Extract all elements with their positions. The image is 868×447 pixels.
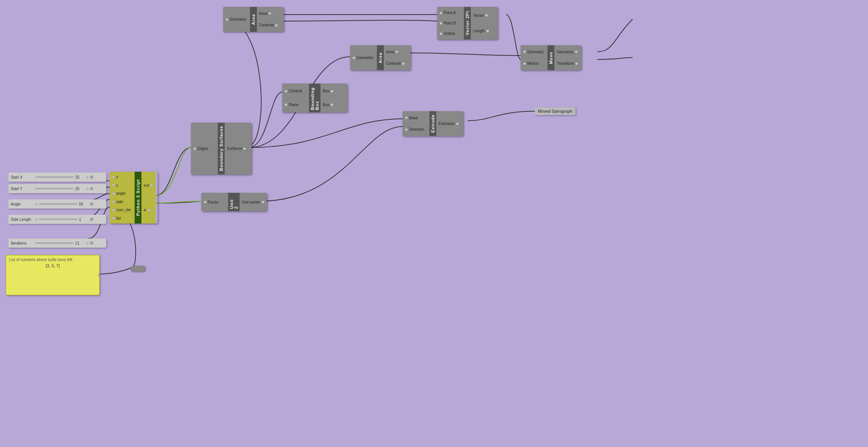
port-pointa-in: Point A xyxy=(438,10,463,16)
python-script-node[interactable]: x y angle side num_iter list xyxy=(110,172,158,224)
area-centroid-mid-node[interactable]: Geometry Area Area Centroid xyxy=(350,45,411,70)
port-label-pb: Point B xyxy=(444,21,456,25)
slider-side-length-out xyxy=(90,218,93,221)
port-centroid-out: Centroid xyxy=(258,22,283,28)
area-centroid-mid-label: Area xyxy=(377,45,384,70)
port-label-list: list xyxy=(116,216,121,220)
slider-start-x-track[interactable] xyxy=(35,176,74,178)
port-label-transform: Transform xyxy=(557,61,574,66)
port-label-edges: Edges xyxy=(197,146,208,151)
slider-start-x-out xyxy=(90,176,93,179)
slider-iterations-track[interactable] xyxy=(35,242,74,244)
port-unitize-in: Unitize xyxy=(438,31,463,36)
port-label-x: x xyxy=(116,175,118,179)
slider-start-x[interactable]: Start X 25 ◇ xyxy=(8,173,106,182)
slider-iterations-value: 11 xyxy=(75,241,85,245)
vector2pt-inputs: Point A Point B Unitize xyxy=(437,7,464,39)
boundary-surfaces-node[interactable]: Edges Boundary Surfaces Surfaces xyxy=(191,123,252,174)
port-label-base: Base xyxy=(409,116,418,120)
moved-spirograph-label: Moved Spirograph xyxy=(538,109,572,113)
port-label-geom-mid: Geometry xyxy=(357,56,373,60)
port-dot xyxy=(225,18,229,21)
port-label-vector: Vector xyxy=(473,13,484,18)
bounding-box-inputs: Content Plane xyxy=(282,84,309,112)
port-dot-extrusion xyxy=(456,122,459,125)
bounding-box-node[interactable]: Content Plane Bounding Box Box Box xyxy=(282,84,347,112)
port-base-in: Base xyxy=(403,115,429,121)
port-label-area: Area xyxy=(259,12,267,16)
port-dot-transform xyxy=(575,62,578,65)
unit-z-node[interactable]: Factor Unit Z Unit vector xyxy=(201,193,267,211)
move-outputs: Geometry Transform xyxy=(554,45,581,70)
port-label-factor: Factor xyxy=(208,200,219,204)
extrude-node[interactable]: Base Direction Extrude Extrusion xyxy=(403,111,463,136)
port-transform-out: Transform xyxy=(555,61,580,66)
port-dot-area xyxy=(268,12,271,15)
port-box-out: Box xyxy=(321,88,347,94)
slider-iterations[interactable]: Iterations 11 ◇ xyxy=(8,238,106,248)
port-dot-vector xyxy=(485,14,488,17)
slider-iterations-out xyxy=(90,242,93,245)
port-dot-geom-mid xyxy=(352,56,355,59)
port-vector-out: Vector xyxy=(472,13,497,18)
unit-z-label: Unit Z xyxy=(228,193,240,211)
port-content-in: Content xyxy=(283,88,308,94)
port-dot-box xyxy=(330,90,334,93)
port-label-plane: Plane xyxy=(289,103,299,107)
list-title: List of numbers where turtle turns left xyxy=(9,258,96,262)
slider-angle-track[interactable] xyxy=(39,203,77,205)
port-label-pa: Point A xyxy=(444,11,456,15)
port-dot-unitvec xyxy=(261,200,265,204)
port-unitvec-out: Unit vector xyxy=(240,199,266,205)
canvas: Geometry Area Area Centroid Point A Poin… xyxy=(0,0,868,447)
port-extrusion-out: Extrusion xyxy=(437,121,462,127)
slider-start-y-diamond: ◇ xyxy=(86,187,89,191)
port-side-in: side xyxy=(110,199,134,205)
port-dot-centroid xyxy=(275,24,278,27)
port-dot-x xyxy=(112,176,115,179)
move-label: Move xyxy=(547,45,554,70)
port-label-geometry: Geometry xyxy=(230,17,247,21)
slider-start-y[interactable]: Start Y 25 ◇ xyxy=(8,184,106,193)
area-centroid-top-node[interactable]: Geometry Area Area Centroid xyxy=(223,7,284,32)
port-label-surfaces: Surfaces xyxy=(227,146,242,151)
slider-start-y-track[interactable] xyxy=(35,188,74,189)
port-dot-content xyxy=(284,90,288,93)
extrude-outputs: Extrusion xyxy=(436,111,463,136)
extrude-label: Extrude xyxy=(429,111,436,136)
move-node[interactable]: Geometry Motion Move Geometry Transform xyxy=(521,45,581,70)
vector2pt-node[interactable]: Point A Point B Unitize Vector 2Pt Vecto… xyxy=(437,7,498,39)
bounding-box-label: Bounding Box xyxy=(309,84,321,112)
wires-layer xyxy=(0,0,868,447)
list-node[interactable]: List of numbers where turtle turns left … xyxy=(6,255,100,295)
port-dot-motion xyxy=(523,62,526,65)
list-content: [3, 5, 7] xyxy=(9,263,96,268)
slider-side-length-track[interactable] xyxy=(39,219,77,220)
port-geom-move-out: Geometry xyxy=(555,49,580,55)
python-label: Python 3 Script xyxy=(135,172,141,224)
port-label-area-mid: Area xyxy=(386,50,394,54)
port-label-geom-move-out: Geometry xyxy=(557,50,574,54)
slider-iterations-label: Iterations xyxy=(11,241,34,245)
port-centroid-mid-out: Centroid xyxy=(385,61,410,66)
port-list-in: list xyxy=(110,215,134,221)
port-label-extrusion: Extrusion xyxy=(439,122,455,126)
port-geom-mid-in: Geometry xyxy=(351,55,376,61)
slider-side-length[interactable]: Side Length ◇ 1 xyxy=(8,215,106,224)
slider-angle[interactable]: Angle ◇ 55 xyxy=(8,199,106,209)
boundary-surfaces-label: Boundary Surfaces xyxy=(218,123,225,174)
port-dot-pb xyxy=(439,22,442,25)
slider-start-x-label: Start X xyxy=(11,175,34,179)
port-area-out: Area xyxy=(258,11,283,16)
slider-side-length-value: 1 xyxy=(79,217,89,222)
port-dot-edges xyxy=(193,147,196,150)
port-geometry-in: Geometry xyxy=(224,16,249,22)
area-centroid-mid-outputs: Area Centroid xyxy=(384,45,411,70)
slider-angle-out xyxy=(90,202,93,205)
port-dot-side xyxy=(112,200,115,203)
port-label-centroid-mid: Centroid xyxy=(386,61,401,66)
port-dot-length xyxy=(486,30,489,33)
port-label-geom-move: Geometry xyxy=(527,50,544,54)
unit-z-inputs: Factor xyxy=(201,193,228,211)
port-numiter-in: num_iter xyxy=(110,207,134,213)
